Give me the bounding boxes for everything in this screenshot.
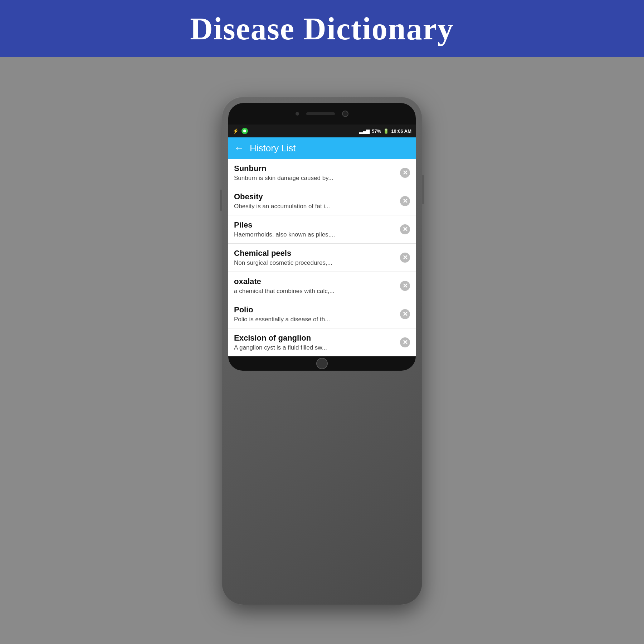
item-desc-oxalate: a chemical that combines with calc,... (234, 288, 396, 295)
list-item-content-oxalate: oxalate a chemical that combines with ca… (234, 277, 396, 295)
notification-icon (241, 128, 248, 134)
earpiece-speaker (306, 112, 335, 115)
item-desc-sunburn: Sunburn is skin damage caused by... (234, 175, 396, 182)
list-item-sunburn[interactable]: Sunburn Sunburn is skin damage caused by… (228, 159, 416, 187)
status-bar: ⚡ ▂▄▆ 57% 🔋 10:06 AM (228, 125, 416, 137)
item-desc-excision-of-ganglion: A ganglion cyst is a fluid filled sw... (234, 344, 396, 351)
app-title: Disease Dictionary (190, 11, 454, 47)
delete-button-excision-of-ganglion[interactable]: ✕ (400, 337, 410, 347)
list-item-excision-of-ganglion[interactable]: Excision of ganglion A ganglion cyst is … (228, 328, 416, 356)
item-desc-piles: Haemorrhoids, also known as piles,... (234, 231, 396, 238)
toolbar-title: History List (250, 143, 296, 154)
list-item-content-obesity: Obesity Obesity is an accumulation of fa… (234, 192, 396, 210)
item-title-sunburn: Sunburn (234, 164, 396, 173)
list-item-chemical-peels[interactable]: Chemical peels Non surgical cosmetic pro… (228, 244, 416, 272)
usb-icon: ⚡ (233, 128, 239, 134)
list-item-oxalate[interactable]: oxalate a chemical that combines with ca… (228, 272, 416, 300)
list-item-content-excision-of-ganglion: Excision of ganglion A ganglion cyst is … (234, 333, 396, 351)
battery-icon: 🔋 (383, 128, 389, 134)
item-title-excision-of-ganglion: Excision of ganglion (234, 333, 396, 343)
list-item-content-piles: Piles Haemorrhoids, also known as piles,… (234, 220, 396, 238)
home-button[interactable] (316, 358, 328, 369)
top-banner: Disease Dictionary (0, 0, 644, 57)
item-title-chemical-peels: Chemical peels (234, 249, 396, 258)
list-item-obesity[interactable]: Obesity Obesity is an accumulation of fa… (228, 187, 416, 215)
volume-button (220, 190, 222, 211)
clock: 10:06 AM (391, 128, 411, 134)
background-area: ⚡ ▂▄▆ 57% 🔋 10:06 AM ← History List Sun (0, 57, 644, 644)
front-camera (342, 111, 348, 117)
status-left-icons: ⚡ (233, 128, 248, 134)
item-title-oxalate: oxalate (234, 277, 396, 286)
item-desc-obesity: Obesity is an accumulation of fat i... (234, 203, 396, 210)
signal-icon: ▂▄▆ (359, 128, 370, 134)
item-desc-polio: Polio is essentially a disease of th... (234, 316, 396, 323)
item-title-piles: Piles (234, 220, 396, 230)
phone-screen: ⚡ ▂▄▆ 57% 🔋 10:06 AM ← History List Sun (228, 125, 416, 356)
history-list: Sunburn Sunburn is skin damage caused by… (228, 159, 416, 356)
delete-button-polio[interactable]: ✕ (400, 309, 410, 319)
item-title-obesity: Obesity (234, 192, 396, 201)
delete-button-oxalate[interactable]: ✕ (400, 281, 410, 291)
delete-button-sunburn[interactable]: ✕ (400, 168, 410, 178)
list-item-piles[interactable]: Piles Haemorrhoids, also known as piles,… (228, 215, 416, 244)
item-title-polio: Polio (234, 305, 396, 314)
item-desc-chemical-peels: Non surgical cosmetic procedures,... (234, 259, 396, 267)
phone-bottom-bar (228, 356, 416, 371)
delete-button-chemical-peels[interactable]: ✕ (400, 253, 410, 263)
list-item-polio[interactable]: Polio Polio is essentially a disease of … (228, 300, 416, 328)
app-toolbar: ← History List (228, 137, 416, 159)
phone-device: ⚡ ▂▄▆ 57% 🔋 10:06 AM ← History List Sun (222, 97, 422, 605)
phone-top-bar (228, 103, 416, 125)
list-item-content-sunburn: Sunburn Sunburn is skin damage caused by… (234, 164, 396, 182)
battery-percentage: 57% (372, 128, 381, 134)
status-right-info: ▂▄▆ 57% 🔋 10:06 AM (359, 128, 411, 134)
list-item-content-polio: Polio Polio is essentially a disease of … (234, 305, 396, 323)
power-button (422, 175, 424, 204)
front-sensor (296, 112, 299, 116)
delete-button-obesity[interactable]: ✕ (400, 196, 410, 206)
back-button[interactable]: ← (234, 142, 244, 154)
list-item-content-chemical-peels: Chemical peels Non surgical cosmetic pro… (234, 249, 396, 267)
delete-button-piles[interactable]: ✕ (400, 224, 410, 234)
